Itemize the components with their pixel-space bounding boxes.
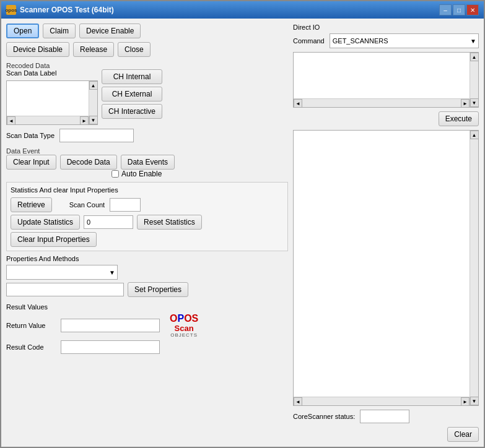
return-value-input[interactable] (61, 319, 160, 332)
direct-io-bottom-scroll-up[interactable]: ▲ (470, 131, 479, 139)
top-buttons-row1: Open Claim Device Enable (6, 24, 288, 38)
scan-data-type-input[interactable] (59, 129, 134, 142)
corescanner-row: CoreScanner status: (293, 410, 479, 423)
clear-input-properties-row: Clear Input Properties (11, 232, 284, 247)
statistics-section: Statistics And clear Input Properties Re… (6, 182, 288, 251)
direct-io-bottom-textarea: ▲ ▼ ◄ ► (293, 130, 479, 406)
corescanner-input[interactable] (360, 410, 409, 423)
direct-io-header: Direct IO Command GET_SCANNERS ▼ (293, 24, 479, 48)
hscroll-left-arrow[interactable]: ◄ (7, 116, 15, 125)
ch-interactive-button[interactable]: CH Interactive (102, 104, 162, 119)
device-disable-button[interactable]: Device Disable (6, 42, 69, 57)
direct-io-bottom-scroll-track (470, 139, 479, 397)
prop-text-input[interactable] (6, 283, 124, 296)
titlebar-controls: – □ ✕ (439, 4, 479, 15)
statistics-row2: Update Statistics 0 Reset Statistics (11, 215, 284, 230)
retrieve-button[interactable]: Retrieve (11, 197, 52, 212)
result-code-label: Result Code (6, 343, 56, 351)
direct-io-top-hscroll-track (302, 99, 461, 107)
set-properties-button[interactable]: Set Properties (128, 282, 188, 297)
statistics-title: Statistics And clear Input Properties (11, 186, 284, 194)
direct-io-top-hscroll-left[interactable]: ◄ (294, 99, 302, 108)
scan-data-vscrollbar[interactable]: ▲ ▼ (89, 81, 97, 124)
result-code-input[interactable] (61, 340, 160, 354)
close-device-button[interactable]: Close (118, 42, 151, 57)
data-event-label: Data Event (6, 147, 288, 155)
release-button[interactable]: Release (73, 42, 114, 57)
direct-io-top-textarea: ▲ ▼ ◄ ► (293, 52, 479, 108)
scan-count-label: Scan Count (69, 201, 105, 209)
direct-io-bottom-scroll-down[interactable]: ▼ (470, 397, 479, 405)
command-dropdown[interactable]: GET_SCANNERS (330, 33, 479, 48)
maximize-button[interactable]: □ (453, 4, 465, 15)
auto-enable-checkbox[interactable] (111, 170, 119, 178)
result-section: Result Values Return Value OPOS Scan OBJ… (6, 303, 288, 356)
scroll-track (89, 90, 98, 116)
direct-io-bottom-vscrollbar[interactable]: ▲ ▼ (470, 131, 478, 405)
properties-dropdown[interactable] (6, 265, 118, 280)
clear-input-button[interactable]: Clear Input (6, 155, 56, 170)
direct-io-top-hscrollbar[interactable]: ◄ ► (294, 98, 470, 107)
direct-io-top-scroll-up[interactable]: ▲ (470, 53, 479, 61)
ch-external-button[interactable]: CH External (102, 87, 162, 101)
direct-io-title: Direct IO (293, 24, 479, 31)
direct-io-bottom-hscroll-track (302, 397, 461, 405)
open-button[interactable]: Open (6, 24, 39, 38)
window-title: Scanner OPOS Test (64bit) (20, 6, 114, 14)
scan-data-type-row: Scan Data Type (6, 129, 288, 142)
clear-button[interactable]: Clear (447, 427, 479, 442)
command-row: Command GET_SCANNERS ▼ (293, 33, 479, 48)
scan-data-left: Scan Data Label ▲ ▼ ◄ ► (6, 69, 98, 125)
properties-dropdown-container: ▼ (6, 265, 118, 280)
scan-data-hscrollbar[interactable]: ◄ ► (7, 116, 89, 124)
data-events-button[interactable]: Data Events (121, 155, 175, 170)
opos-logo: OPOS Scan OBJECTS (170, 313, 198, 338)
auto-enable-label: Auto Enable (121, 170, 162, 178)
claim-button[interactable]: Claim (43, 24, 76, 38)
update-statistics-button[interactable]: Update Statistics (11, 215, 80, 230)
data-event-buttons: Clear Input Decode Data Data Events (6, 155, 288, 170)
scan-data-type-label: Scan Data Type (6, 132, 55, 139)
direct-io-bottom-hscroll-left[interactable]: ◄ (294, 397, 302, 406)
direct-io-bottom-hscroll-right[interactable]: ► (461, 397, 470, 406)
auto-enable-row: Auto Enable (111, 170, 288, 178)
statistics-row1: Retrieve Scan Count (11, 197, 284, 212)
opos-s: S (192, 313, 199, 324)
direct-io-top-vscrollbar[interactable]: ▲ ▼ (470, 53, 478, 107)
close-window-button[interactable]: ✕ (466, 4, 479, 15)
properties-methods-title: Properties And Methods (6, 255, 288, 262)
objects-text: OBJECTS (170, 332, 198, 338)
scan-data-textarea-container: ▲ ▼ ◄ ► (6, 80, 98, 125)
direct-io-top-hscroll-right[interactable]: ► (461, 99, 470, 108)
command-dropdown-container: GET_SCANNERS ▼ (330, 33, 479, 48)
minimize-button[interactable]: – (439, 4, 452, 15)
main-content: Open Claim Device Enable Device Disable … (1, 19, 484, 447)
reset-statistics-button[interactable]: Reset Statistics (137, 215, 202, 230)
direct-io-bottom-inner (294, 131, 470, 405)
update-statistics-input[interactable]: 0 (84, 215, 133, 229)
hscroll-right-arrow[interactable]: ► (80, 116, 89, 125)
execute-button[interactable]: Execute (439, 111, 479, 126)
titlebar-left: opos Scanner OPOS Test (64bit) (6, 5, 114, 15)
opos-text: OPOS (170, 313, 198, 324)
decode-data-button[interactable]: Decode Data (60, 155, 117, 170)
device-enable-button[interactable]: Device Enable (79, 24, 141, 38)
scan-data-row: Scan Data Label ▲ ▼ ◄ ► (6, 69, 288, 125)
opos-p: P (177, 313, 184, 324)
scroll-up-arrow[interactable]: ▲ (89, 81, 98, 90)
ch-internal-button[interactable]: CH Internal (102, 69, 162, 84)
corescanner-label: CoreScanner status: (293, 413, 355, 420)
recoded-data-section: Recoded Data Scan Data Label ▲ ▼ (6, 61, 288, 125)
right-panel: Direct IO Command GET_SCANNERS ▼ (293, 24, 479, 442)
direct-io-bottom-hscrollbar[interactable]: ◄ ► (294, 397, 470, 405)
clear-input-properties-button[interactable]: Clear Input Properties (11, 232, 97, 247)
hscroll-track (15, 116, 80, 124)
left-panel: Open Claim Device Enable Device Disable … (6, 24, 288, 442)
titlebar: opos Scanner OPOS Test (64bit) – □ ✕ (1, 1, 484, 19)
direct-io-top-scroll-down[interactable]: ▼ (470, 98, 479, 107)
scan-count-input[interactable] (110, 198, 141, 212)
data-event-section: Data Event Clear Input Decode Data Data … (6, 146, 288, 178)
return-value-label: Return Value (6, 322, 56, 329)
clear-row: Clear (293, 427, 479, 442)
scroll-down-arrow[interactable]: ▼ (89, 116, 98, 124)
